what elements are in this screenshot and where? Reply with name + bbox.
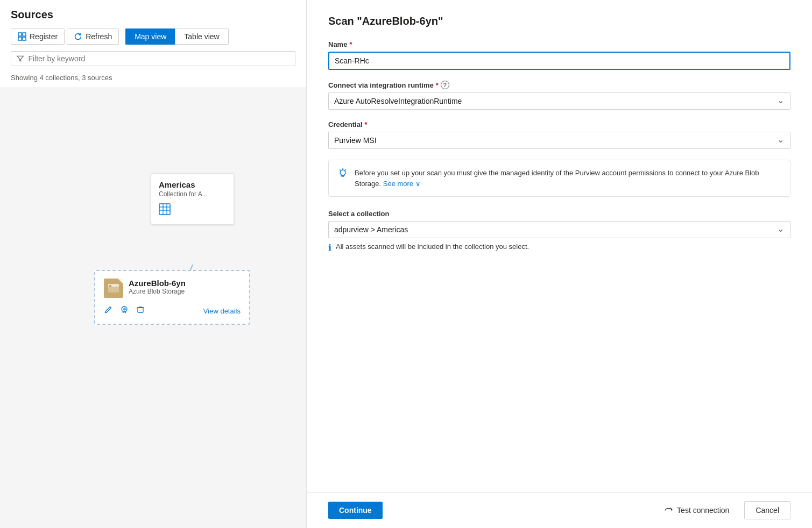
- runtime-select[interactable]: Azure AutoResolveIntegrationRuntime: [328, 92, 790, 110]
- register-button[interactable]: Register: [11, 28, 65, 45]
- lightbulb-icon: [337, 168, 348, 182]
- search-input[interactable]: [28, 54, 290, 63]
- test-connection-button[interactable]: Test connection: [655, 502, 738, 519]
- runtime-required: *: [436, 81, 439, 89]
- page-title: Sources: [11, 9, 295, 21]
- credential-select-wrapper: Purview MSI: [328, 132, 790, 149]
- name-form-group: Name *: [328, 40, 790, 70]
- blob-storage-icon: [104, 279, 123, 298]
- svg-point-20: [340, 170, 345, 175]
- collection-form-group: Select a collection adpurview > Americas…: [328, 210, 790, 253]
- test-connection-icon: [664, 506, 673, 515]
- table-view-button[interactable]: Table view: [175, 28, 228, 45]
- svg-rect-12: [109, 285, 111, 287]
- cancel-button[interactable]: Cancel: [744, 501, 790, 519]
- refresh-label: Refresh: [86, 32, 112, 41]
- grid-icon: [18, 32, 26, 41]
- svg-rect-3: [23, 37, 26, 40]
- credential-select[interactable]: Purview MSI: [328, 132, 790, 149]
- showing-text: Showing 4 collections, 3 sources: [0, 72, 306, 87]
- blob-type: Azure Blob Storage: [129, 288, 186, 295]
- collection-select-wrapper: adpurview > Americas: [328, 221, 790, 238]
- right-footer: Continue Test connection Cancel: [307, 492, 812, 528]
- continue-button[interactable]: Continue: [328, 502, 383, 519]
- refresh-icon: [74, 32, 82, 41]
- name-input[interactable]: [328, 52, 790, 70]
- map-view-button[interactable]: Map view: [125, 28, 175, 45]
- svg-rect-2: [18, 37, 22, 40]
- name-required: *: [349, 40, 352, 48]
- name-label: Name *: [328, 40, 790, 48]
- scan-panel-title: Scan "AzureBlob-6yn": [328, 15, 790, 27]
- collection-select[interactable]: adpurview > Americas: [328, 221, 790, 238]
- runtime-form-group: Connect via integration runtime * ? Azur…: [328, 81, 790, 110]
- americas-card: Americas Collection for A...: [151, 173, 234, 225]
- runtime-info-icon[interactable]: ?: [441, 81, 449, 89]
- view-details-link[interactable]: View details: [203, 307, 241, 315]
- blob-card-header: AzureBlob-6yn Azure Blob Storage: [104, 279, 241, 298]
- edit-icon[interactable]: [104, 305, 112, 316]
- blob-name: AzureBlob-6yn: [129, 279, 186, 288]
- svg-rect-4: [159, 204, 170, 215]
- blob-info: AzureBlob-6yn Azure Blob Storage: [129, 279, 186, 295]
- collection-label: Select a collection: [328, 210, 790, 218]
- svg-line-23: [340, 170, 341, 170]
- table-icon: [159, 203, 226, 218]
- svg-point-24: [671, 509, 673, 511]
- svg-line-22: [345, 170, 346, 170]
- search-bar: [11, 51, 295, 66]
- info-box: Before you set up your scan you must giv…: [328, 160, 790, 197]
- map-area: Americas Collection for A...: [0, 87, 306, 528]
- see-more-link[interactable]: See more ∨: [383, 180, 421, 188]
- svg-rect-13: [112, 286, 116, 287]
- collection-info: ℹ All assets scanned will be included in…: [328, 242, 790, 253]
- right-content: Scan "AzureBlob-6yn" Name * Connect via …: [307, 0, 812, 492]
- filter-icon: [17, 55, 24, 62]
- left-header: Sources Register Refresh Map view: [0, 0, 306, 72]
- credential-form-group: Credential * Purview MSI: [328, 120, 790, 149]
- info-box-text: Before you set up your scan you must giv…: [355, 168, 781, 189]
- runtime-label: Connect via integration runtime * ?: [328, 81, 790, 89]
- toolbar: Register Refresh Map view Table view: [11, 28, 295, 45]
- svg-rect-1: [23, 33, 26, 36]
- delete-icon[interactable]: [136, 305, 145, 316]
- credential-label: Credential *: [328, 120, 790, 129]
- scan-icon[interactable]: [120, 305, 129, 316]
- svg-rect-0: [18, 33, 22, 36]
- credential-required: *: [365, 120, 368, 129]
- blob-card: AzureBlob-6yn Azure Blob Storage View de…: [94, 270, 250, 325]
- info-circle-icon: ℹ: [328, 242, 331, 253]
- view-toggle: Map view Table view: [125, 28, 229, 45]
- left-panel: Sources Register Refresh Map view: [0, 0, 307, 528]
- runtime-select-wrapper: Azure AutoResolveIntegrationRuntime: [328, 92, 790, 110]
- right-panel: Scan "AzureBlob-6yn" Name * Connect via …: [307, 0, 812, 528]
- svg-rect-18: [138, 308, 143, 312]
- blob-actions: View details: [104, 305, 241, 316]
- register-label: Register: [30, 32, 58, 41]
- americas-card-title: Americas: [159, 180, 226, 189]
- refresh-button[interactable]: Refresh: [67, 28, 119, 45]
- americas-card-subtitle: Collection for A...: [159, 190, 226, 198]
